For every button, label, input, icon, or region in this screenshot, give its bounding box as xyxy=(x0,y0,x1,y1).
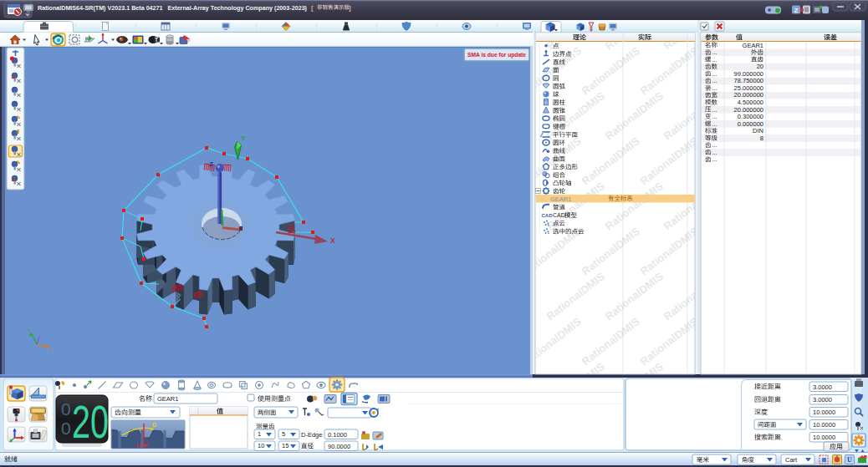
svg-text:D-Edge: D-Edge xyxy=(301,431,322,439)
svg-text:x: x xyxy=(50,347,53,352)
svg-text:Cart: Cart xyxy=(785,456,798,464)
svg-text:y: y xyxy=(28,327,30,332)
svg-text:Y: Y xyxy=(241,135,246,142)
svg-text:...: ... xyxy=(712,150,717,155)
svg-text:GEAR1: GEAR1 xyxy=(743,42,763,49)
svg-text:]: ] xyxy=(349,4,351,12)
svg-text:1: 1 xyxy=(258,430,261,438)
svg-text:10: 10 xyxy=(258,442,264,449)
svg-text:10.0000: 10.0000 xyxy=(813,409,835,416)
svg-text:0: 0 xyxy=(61,419,71,438)
svg-text:3.0000: 3.0000 xyxy=(813,396,832,404)
svg-text:...: ... xyxy=(712,85,717,91)
svg-text:15: 15 xyxy=(282,442,288,449)
svg-text:...: ... xyxy=(712,107,717,113)
svg-text:Z: Z xyxy=(209,160,213,168)
svg-text:CAD: CAD xyxy=(553,212,565,218)
svg-text:GEAR1: GEAR1 xyxy=(157,395,178,403)
svg-text:RationalDMIS64-SR(TM) V2023.1: RationalDMIS64-SR(TM) V2023.1 Beta 04271… xyxy=(38,4,307,12)
svg-text:X: X xyxy=(330,236,335,245)
svg-text:Z: Z xyxy=(794,7,799,14)
svg-text:...: ... xyxy=(712,142,717,148)
svg-text:5: 5 xyxy=(282,430,285,438)
svg-text:Lead: Lead xyxy=(136,442,149,448)
svg-text:D: D xyxy=(152,422,156,428)
svg-text:GEAR1: GEAR1 xyxy=(550,195,571,203)
svg-text:[: [ xyxy=(311,4,314,12)
svg-text:10.0000: 10.0000 xyxy=(813,434,835,441)
svg-text:10.0000: 10.0000 xyxy=(813,421,835,429)
svg-text:...: ... xyxy=(712,78,717,84)
svg-text:20: 20 xyxy=(72,397,109,448)
svg-text:...: ... xyxy=(712,57,717,63)
svg-text:90.0000: 90.0000 xyxy=(328,443,350,450)
svg-text:0: 0 xyxy=(61,399,71,419)
svg-text:...: ... xyxy=(712,49,717,55)
svg-text:8: 8 xyxy=(760,135,763,142)
svg-text:CAD: CAD xyxy=(542,213,554,218)
svg-text:...: ... xyxy=(712,121,717,127)
svg-text:T: T xyxy=(155,37,158,43)
svg-text:U: U xyxy=(847,456,852,464)
svg-text:SMA is due for update: SMA is due for update xyxy=(467,51,526,58)
svg-text:3.0000: 3.0000 xyxy=(813,383,832,391)
svg-text:...: ... xyxy=(712,71,717,77)
svg-text:0.1000: 0.1000 xyxy=(328,431,347,439)
svg-text:...: ... xyxy=(712,114,717,119)
svg-text:...: ... xyxy=(712,156,717,162)
